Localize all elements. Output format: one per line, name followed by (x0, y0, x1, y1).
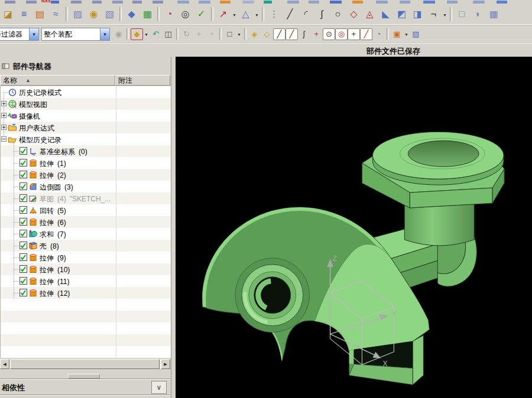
tree-item-feature[interactable]: 求和(7) (1, 228, 170, 240)
tree-item-feature[interactable]: 回转(5) (1, 204, 170, 216)
undo-icon[interactable]: ↶ (150, 28, 162, 40)
tree-item-group[interactable]: 模型历史记录 (1, 133, 170, 145)
dependencies-panel-header[interactable]: 相依性 ∨ (0, 379, 170, 394)
dropdown-caret-icon[interactable]: ▼ (237, 32, 241, 37)
swept-icon[interactable]: ◗ (470, 6, 486, 22)
dropdown-caret-icon[interactable]: ▼ (232, 13, 236, 17)
generic-point-snap-toggle[interactable]: ╱ (360, 28, 372, 40)
trim-curve-icon[interactable]: ◨ (410, 6, 426, 22)
arc-icon[interactable]: ◜ (298, 6, 314, 22)
panel-pin-icon[interactable] (2, 62, 10, 70)
reattach-icon[interactable]: ◇ (261, 28, 273, 40)
center-snap-toggle[interactable]: ⊙ (323, 28, 335, 40)
note-column-header[interactable]: 附注 (115, 75, 170, 86)
tree-item-feature[interactable]: 草图(4)"SKETCH_... (1, 193, 170, 204)
scrollbar-thumb[interactable] (10, 359, 160, 369)
circle-icon[interactable]: ○ (330, 6, 346, 22)
scroll-left-button[interactable]: ◀ (0, 359, 9, 369)
feature-checkbox[interactable] (20, 277, 27, 285)
feature-checkbox[interactable] (20, 194, 27, 202)
find-icon[interactable]: ◎ (177, 6, 193, 22)
tree-item-feature[interactable]: 拉伸(11) (1, 275, 170, 287)
tree-item-feature[interactable]: 基准坐标系(0) (1, 145, 170, 157)
point-dialog-icon[interactable]: ⋮ (266, 6, 282, 22)
feature-checkbox[interactable] (20, 147, 27, 155)
quadrant-snap-toggle[interactable]: ◎ (335, 28, 348, 40)
tree-item-group[interactable]: 用户表达式 (1, 122, 170, 133)
boolean-icon[interactable]: ◆ (124, 6, 140, 22)
tree-item-group[interactable]: 模型视图 (1, 98, 170, 110)
expand-expander-icon[interactable] (1, 113, 7, 118)
horizontal-scrollbar[interactable]: ◀ ▶ (0, 359, 170, 369)
tree-item-feature[interactable]: 拉伸(10) (1, 263, 170, 275)
tree-item-feature[interactable]: 拉伸(6) (1, 216, 170, 228)
selection-filter-combo[interactable]: 择过滤器 ▼ (0, 28, 39, 41)
dropdown-caret-icon[interactable]: ▼ (144, 32, 148, 37)
bridge-curve-icon[interactable]: ¬ (426, 6, 442, 22)
midpoint-snap-toggle[interactable]: ╱ (286, 28, 298, 40)
feature-checkbox[interactable] (20, 182, 27, 190)
mesh-surface-icon[interactable]: ▦ (486, 6, 502, 22)
tree-item-feature[interactable]: 拉伸(2) (1, 169, 170, 181)
endpoint-snap-toggle[interactable]: ╱ (273, 28, 286, 40)
orient-sketch-icon[interactable]: △ (238, 6, 254, 22)
edit-feature-icon[interactable]: ◔ (161, 6, 177, 22)
scroll-right-button[interactable]: ▶ (161, 359, 170, 369)
feature-checkbox[interactable] (20, 171, 27, 178)
feature-checkbox[interactable] (20, 242, 27, 249)
sketch-cube-icon[interactable]: ▧ (410, 28, 422, 40)
expand-expander-icon[interactable] (1, 101, 7, 106)
sheet-metal-icon[interactable]: ▤ (32, 6, 48, 22)
select-rect-icon[interactable]: □ (223, 28, 236, 40)
curve-snap-toggle[interactable]: ∫ (298, 28, 310, 40)
feature-checkbox[interactable] (20, 253, 27, 261)
feature-checkbox[interactable] (20, 230, 27, 237)
tree-item-group[interactable]: 历史记录模式 (1, 86, 170, 98)
collapse-expander-icon[interactable] (1, 136, 7, 142)
feature-checkbox[interactable] (20, 289, 27, 296)
freeform-icon[interactable]: ≈ (48, 6, 64, 22)
create-inplace-icon[interactable]: ▣ (391, 28, 403, 40)
feature-checkbox[interactable] (20, 218, 27, 226)
panel-splitter-grip[interactable] (68, 374, 100, 379)
dropdown-caret-icon[interactable]: ▼ (255, 13, 259, 17)
bounded-plane-icon[interactable]: □ (454, 6, 470, 22)
point-on-curve-snap-toggle[interactable]: + (310, 28, 323, 40)
line-icon[interactable]: ╱ (282, 6, 298, 22)
expand-expander-icon[interactable] (1, 125, 7, 130)
profile-icon[interactable]: ◇ (346, 6, 362, 22)
details-panel-header-clipped[interactable]: 细节 (0, 395, 170, 398)
erase-icon[interactable]: ◫ (162, 28, 174, 40)
name-column-header[interactable]: 名称 ▲ (0, 75, 115, 86)
extrude-feature-icon[interactable]: ▨ (70, 6, 86, 22)
collapse-chevron-icon[interactable]: ∨ (151, 381, 167, 394)
orient-view-icon[interactable]: ↗ (215, 6, 231, 22)
sketch-task-icon[interactable]: ≡ (16, 6, 32, 22)
snap-point-icon[interactable]: ◆ (131, 28, 143, 40)
tree-item-feature[interactable]: 拉伸(12) (1, 287, 170, 299)
tree-item-feature[interactable]: 壳(8) (1, 240, 170, 252)
project-curve-icon[interactable]: ◣ (378, 6, 394, 22)
face-snap-icon[interactable]: ◔ (372, 28, 385, 40)
tree-item-group[interactable]: 摄像机 (1, 110, 170, 122)
apply-check-icon[interactable]: ✓ (193, 6, 209, 22)
dropdown-caret-icon[interactable]: ▼ (404, 32, 408, 37)
tree-item-feature[interactable]: 边倒圆(3) (1, 181, 170, 193)
intersect-curve-icon[interactable]: ◩ (394, 6, 410, 22)
tree-item-feature[interactable]: 拉伸(9) (1, 252, 170, 263)
combo-dropdown-icon[interactable]: ▼ (29, 28, 38, 40)
graphics-viewport[interactable]: Z Y X (176, 57, 532, 398)
feature-checkbox[interactable] (20, 206, 27, 214)
block-icon[interactable]: ▧ (102, 6, 118, 22)
tree-item-feature[interactable]: 拉伸(1) (1, 157, 170, 169)
selection-scope-combo[interactable]: 整个装配 ▼ (41, 28, 110, 41)
snap-settings-icon[interactable]: ◈ (248, 28, 261, 40)
dropdown-caret-icon[interactable]: ▼ (443, 13, 447, 17)
combo-dropdown-icon[interactable]: ▼ (100, 28, 109, 40)
studio-spline-icon[interactable]: ∫ (314, 6, 330, 22)
revolve-feature-icon[interactable]: ◉ (86, 6, 102, 22)
feature-checkbox[interactable] (20, 265, 27, 273)
feature-checkbox[interactable] (20, 159, 27, 167)
offset-curve-icon[interactable]: ◬ (362, 6, 378, 22)
sheet-bend-icon[interactable]: ◪ (0, 6, 16, 22)
